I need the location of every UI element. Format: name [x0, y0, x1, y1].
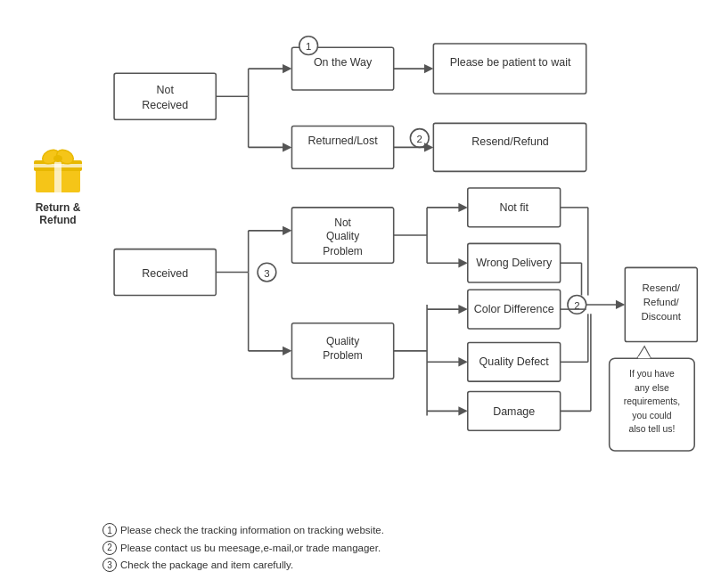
svg-marker-23 [424, 143, 433, 151]
svg-marker-53 [458, 357, 467, 366]
svg-text:Not: Not [334, 216, 351, 229]
footer-note-3: 3 Check the package and item carefully. [102, 557, 695, 575]
not-received-label: Not [156, 84, 174, 96]
note-circle-1: 1 [102, 523, 117, 537]
svg-text:3: 3 [264, 268, 269, 279]
svg-text:1: 1 [306, 41, 311, 52]
svg-marker-69 [616, 300, 625, 309]
svg-text:Quality: Quality [326, 230, 359, 242]
svg-marker-50 [458, 305, 467, 314]
page-container: Return & Refund Not Received On the Way … [0, 0, 713, 588]
svg-text:If you have: If you have [629, 369, 675, 379]
svg-text:Damage: Damage [493, 404, 535, 417]
svg-text:On the Way: On the Way [314, 56, 373, 69]
svg-text:Received: Received [142, 267, 188, 280]
svg-text:Problem: Problem [323, 245, 363, 257]
gift-icon [31, 143, 85, 196]
svg-point-6 [53, 155, 62, 162]
svg-marker-38 [458, 203, 467, 212]
svg-text:Received: Received [142, 99, 188, 111]
svg-text:Resend/Refund: Resend/Refund [471, 135, 549, 148]
svg-text:Quality: Quality [326, 335, 359, 347]
icon-area: Return & Refund [18, 143, 98, 226]
note-text-3: Check the package and item carefully. [120, 557, 293, 575]
svg-marker-19 [283, 143, 291, 151]
svg-rect-3 [34, 164, 82, 167]
svg-text:requirements,: requirements, [624, 396, 680, 406]
svg-text:Wrong Delivery: Wrong Delivery [476, 257, 553, 269]
returned-lost-box [291, 127, 393, 169]
note-circle-2: 2 [102, 541, 117, 555]
svg-marker-31 [283, 226, 291, 235]
svg-text:Refund/: Refund/ [643, 297, 680, 307]
not-received-box [114, 73, 216, 119]
svg-text:any else: any else [635, 382, 669, 392]
please-wait-box [433, 44, 586, 94]
diagram: Not Received On the Way 1 Please be pati… [102, 18, 700, 499]
svg-text:you could: you could [632, 411, 672, 421]
svg-text:Returned/Lost: Returned/Lost [307, 135, 378, 147]
svg-marker-41 [458, 258, 467, 267]
svg-text:Resend/: Resend/ [643, 282, 681, 293]
svg-text:Color Difference: Color Difference [474, 303, 554, 315]
footer-notes: 1 Please check the tracking information … [102, 522, 695, 575]
svg-text:2: 2 [417, 134, 422, 144]
svg-marker-44 [283, 347, 291, 355]
note-text-1: Please check the tracking information on… [120, 522, 384, 540]
svg-marker-12 [283, 64, 291, 73]
footer-note-1: 1 Please check the tracking information … [102, 522, 695, 540]
svg-text:also tell us!: also tell us! [628, 424, 675, 434]
svg-text:Discount: Discount [642, 311, 682, 322]
note-circle-3: 3 [102, 558, 117, 572]
svg-text:Please be patient to wait: Please be patient to wait [450, 56, 571, 69]
svg-text:Quality Defect: Quality Defect [479, 355, 550, 368]
svg-marker-16 [424, 64, 433, 73]
svg-text:Problem: Problem [323, 349, 363, 362]
svg-text:Not fit: Not fit [499, 201, 529, 214]
icon-label: Return & Refund [18, 201, 98, 226]
note-text-2: Please contact us bu meesage,e-mail,or t… [120, 540, 381, 558]
svg-marker-56 [458, 406, 467, 415]
footer-note-2: 2 Please contact us bu meesage,e-mail,or… [102, 540, 695, 558]
